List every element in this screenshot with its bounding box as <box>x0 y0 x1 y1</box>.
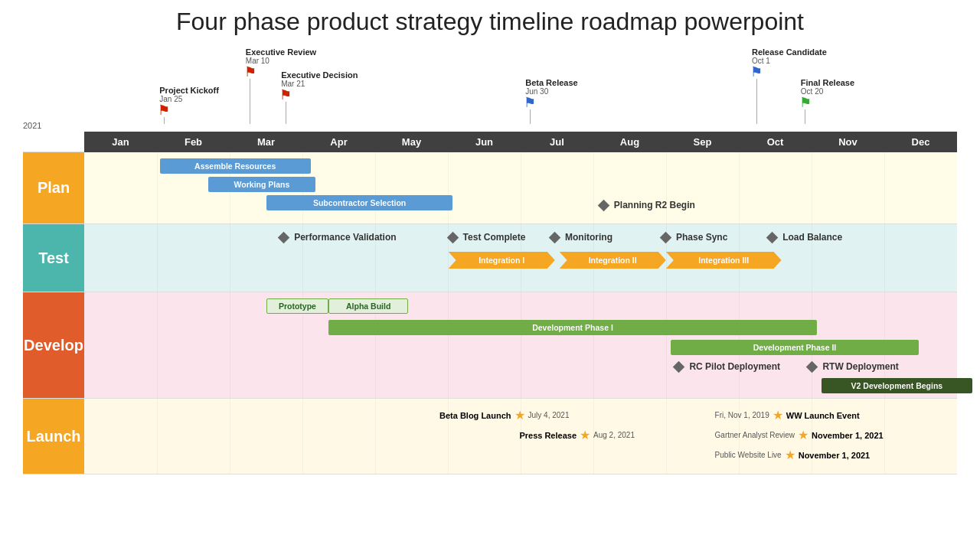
phase-label-develop: Develop <box>23 292 84 398</box>
diamond-performance-validation: Performance Validation <box>279 232 396 243</box>
month-dec: Dec <box>884 132 957 152</box>
month-apr: Apr <box>302 132 375 152</box>
month-may: May <box>375 132 448 152</box>
diamond-rc-pilot-deployment: RC Pilot Deployment <box>675 361 780 372</box>
diamond-planning-r2-begin: Planning R2 Begin <box>599 200 695 210</box>
month-oct: Oct <box>739 132 812 152</box>
phase-row-test: TestPerformance ValidationTest CompleteM… <box>23 223 957 292</box>
integration-bar-integration-i: Integration I <box>449 252 555 269</box>
milestone-project-kickoff: Project Kickoff Jan 25 ⚑ <box>158 86 219 124</box>
page-title: Four phase product strategy timeline roa… <box>15 8 965 36</box>
bar-development-phase-ii: Development Phase II <box>671 340 920 355</box>
milestones-area: 2021 Project Kickoff Jan 25 ⚑ Executive … <box>23 44 957 132</box>
diamond-monitoring: Monitoring <box>550 232 612 243</box>
integration-bar-integration-ii: Integration II <box>560 252 666 269</box>
bar-working-plans: Working Plans <box>208 177 315 192</box>
milestone-beta-release: Beta Release Jun 30 ⚑ <box>524 78 578 124</box>
months-header: JanFebMarAprMayJunJulAugSepOctNovDec <box>84 132 957 152</box>
month-mar: Mar <box>230 132 302 152</box>
month-jan: Jan <box>84 132 157 152</box>
diamond-test-complete: Test Complete <box>449 232 526 243</box>
launch-right-gartner-analyst-review: Gartner Analyst Review★November 1, 2021 <box>715 428 884 442</box>
phase-label-plan: Plan <box>23 152 84 223</box>
month-sep: Sep <box>666 132 739 152</box>
phase-row-plan: PlanAssemble ResourcesWorking PlansSubco… <box>23 152 957 224</box>
month-aug: Aug <box>593 132 666 152</box>
bar-development-phase-i: Development Phase I <box>328 320 817 335</box>
milestone-executive-decision: Executive Decision Mar 21 ⚑ <box>279 70 358 124</box>
year-label: 2021 <box>23 121 41 130</box>
phases-container: PlanAssemble ResourcesWorking PlansSubco… <box>23 152 957 474</box>
phase-content-develop: Development Phase IDevelopment Phase IIP… <box>84 292 957 398</box>
phase-content-test: Performance ValidationTest CompleteMonit… <box>84 224 957 292</box>
outline-bar-alpha-build: Alpha Build <box>328 298 408 314</box>
bar-subcontractor-selection: Subcontractor Selection <box>266 195 453 210</box>
launch-item-press-release: Press Release★Aug 2, 2021 <box>519 428 635 442</box>
month-jun: Jun <box>448 132 521 152</box>
diamond-rtw-deployment: RTW Deployment <box>808 361 898 372</box>
phase-row-launch: LaunchBeta Blog Launch★July 4, 2021Press… <box>23 398 957 474</box>
month-jul: Jul <box>521 132 593 152</box>
launch-item-beta-blog-launch: Beta Blog Launch★July 4, 2021 <box>439 408 569 422</box>
month-nov: Nov <box>812 132 884 152</box>
diamond-phase-sync: Phase Sync <box>662 232 727 243</box>
bar-assemble-resources: Assemble Resources <box>160 158 311 174</box>
diamond-load-balance: Load Balance <box>768 232 842 243</box>
phase-content-plan: Assemble ResourcesWorking PlansSubcontra… <box>84 152 957 223</box>
integration-bar-integration-iii: Integration III <box>666 252 782 269</box>
outline-bar-prototype: Prototype <box>266 298 328 314</box>
main-container: Four phase product strategy timeline roa… <box>0 0 980 551</box>
launch-right-public-website-live: Public Website Live★November 1, 2021 <box>715 448 871 462</box>
phase-row-develop: DevelopDevelopment Phase IDevelopment Ph… <box>23 292 957 399</box>
phase-content-launch: Beta Blog Launch★July 4, 2021Press Relea… <box>84 399 957 474</box>
timeline-wrapper: 2021 Project Kickoff Jan 25 ⚑ Executive … <box>23 44 957 474</box>
phase-label-test: Test <box>23 224 84 292</box>
bar-v2-development-begins: V2 Development Begins <box>822 378 972 393</box>
launch-right-fri,-nov-1,-2019: Fri, Nov 1, 2019★WW Launch Event <box>715 408 860 422</box>
month-feb: Feb <box>157 132 230 152</box>
phase-label-launch: Launch <box>23 399 84 474</box>
milestone-final-release: Final Release Oct 20 ⚑ <box>799 78 854 124</box>
